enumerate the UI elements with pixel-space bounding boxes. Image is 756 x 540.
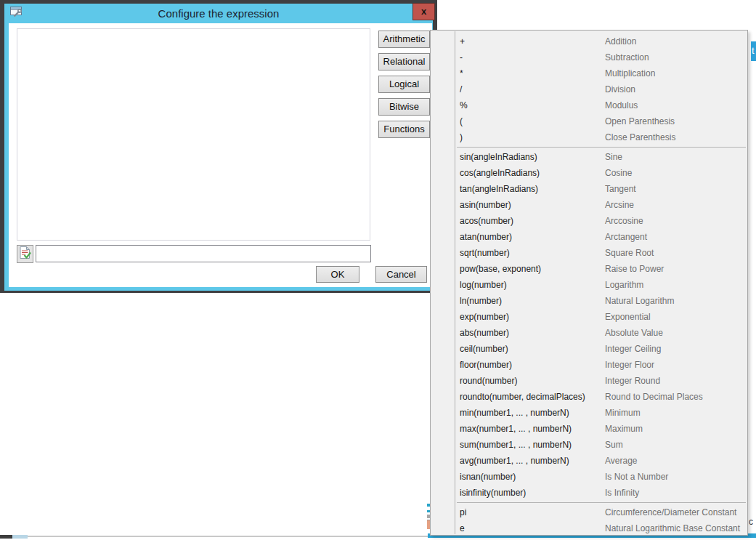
menu-item-description: Modulus — [605, 100, 638, 110]
menu-item[interactable]: avg(number1, ... , numberN) Average — [431, 453, 747, 469]
menu-item-description: Minimum — [605, 408, 641, 418]
menu-item-name: avg(number1, ... , numberN) — [460, 456, 605, 466]
menu-item-name: tan(angleInRadians) — [460, 184, 605, 194]
background-window-border-fragment — [12, 535, 28, 539]
menu-item[interactable]: sin(angleInRadians) Sine — [431, 149, 747, 165]
menu-item[interactable]: abs(number) Absolute Value — [431, 325, 747, 341]
expression-text-input[interactable] — [36, 245, 371, 262]
menu-item-description: Integer Round — [605, 376, 660, 386]
menu-item[interactable]: ln(number) Natural Logarithm — [431, 293, 747, 309]
cancel-button[interactable]: Cancel — [375, 266, 427, 283]
menu-item-name: pow(base, exponent) — [460, 264, 605, 274]
menu-item[interactable]: asin(number) Arcsine — [431, 197, 747, 213]
menu-item[interactable]: log(number) Logarithm — [431, 277, 747, 293]
menu-item-description: Arctangent — [605, 232, 647, 242]
menu-item[interactable]: min(number1, ... , numberN) Minimum — [431, 405, 747, 421]
menu-item[interactable]: * Multiplication — [431, 65, 747, 81]
menu-item-name: ceil(number) — [460, 344, 605, 354]
menu-separator — [457, 147, 746, 148]
menu-item-name: exp(number) — [460, 312, 605, 322]
menu-item-name: asin(number) — [460, 200, 605, 210]
configure-expression-dialog: Configure the expression x OK Cancel Ari… — [0, 0, 437, 293]
expression-items-menu: + Addition - Subtraction * Multiplicatio… — [430, 30, 748, 536]
menu-item-name: max(number1, ... , numberN) — [460, 424, 605, 434]
menu-item[interactable]: floor(number) Integer Floor — [431, 357, 747, 373]
menu-item-name: + — [460, 36, 605, 47]
menu-item[interactable]: % Modulus — [431, 97, 747, 113]
menu-item[interactable]: max(number1, ... , numberN) Maximum — [431, 421, 747, 437]
menu-section-functions: sin(angleInRadians) Sine cos(angleInRadi… — [431, 149, 747, 501]
menu-item[interactable]: exp(number) Exponential — [431, 309, 747, 325]
menu-item-name: floor(number) — [460, 360, 605, 370]
menu-item[interactable]: pi Circumference/Diameter Constant — [431, 504, 747, 520]
menu-item-name: abs(number) — [460, 328, 605, 338]
menu-item-name: sqrt(number) — [460, 248, 605, 258]
menu-item-description: Is Infinity — [605, 488, 639, 498]
document-check-icon — [19, 246, 31, 262]
menu-item-description: Subtraction — [605, 52, 649, 63]
menu-item-description: Circumference/Diameter Constant — [605, 507, 736, 517]
menu-item-description: Is Not a Number — [605, 472, 668, 482]
category-button[interactable]: Logical — [378, 76, 430, 93]
menu-item-description: Multiplication — [605, 68, 655, 78]
menu-item-description: Average — [605, 456, 637, 466]
menu-item-description: Close Parenthesis — [605, 132, 675, 142]
menu-item-description: Natural Logarithm — [605, 296, 674, 306]
menu-item-name: isinfinity(number) — [460, 488, 605, 498]
menu-item[interactable]: ( Open Parenthesis — [431, 113, 747, 129]
menu-item-description: Integer Ceiling — [605, 344, 661, 354]
menu-item-name: % — [460, 100, 605, 110]
menu-item[interactable]: pow(base, exponent) Raise to Power — [431, 261, 747, 277]
menu-item[interactable]: isinfinity(number) Is Infinity — [431, 485, 747, 501]
menu-item[interactable]: / Division — [431, 81, 747, 97]
menu-item[interactable]: roundto(number, decimalPlaces) Round to … — [431, 389, 747, 405]
menu-item-description: Sine — [605, 152, 622, 162]
background-text-fragment: c — [749, 517, 756, 528]
ok-button[interactable]: OK — [316, 266, 359, 283]
menu-gutter-line — [455, 31, 455, 534]
menu-item-description: Tangent — [605, 184, 636, 194]
category-button[interactable]: Arithmetic — [378, 31, 430, 48]
category-button[interactable]: Relational — [378, 53, 430, 70]
expression-editor-area[interactable] — [17, 28, 370, 241]
menu-item[interactable]: ) Close Parenthesis — [431, 129, 747, 145]
menu-item[interactable]: ceil(number) Integer Ceiling — [431, 341, 747, 357]
menu-item-name: acos(number) — [460, 216, 605, 226]
menu-item-name: / — [460, 84, 605, 94]
background-button-fragment: t — [751, 41, 756, 61]
menu-item-description: Exponential — [605, 312, 651, 322]
menu-item-description: Cosine — [605, 168, 632, 178]
menu-item-name: roundto(number, decimalPlaces) — [460, 392, 605, 402]
menu-item-description: Round to Decimal Places — [605, 392, 703, 402]
menu-item-description: Logarithm — [605, 280, 643, 290]
menu-item[interactable]: acos(number) Arccosine — [431, 213, 747, 229]
menu-item[interactable]: sqrt(number) Square Root — [431, 245, 747, 261]
menu-item-name: pi — [460, 507, 605, 517]
menu-item-name: ( — [460, 116, 605, 126]
menu-item-description: Absolute Value — [605, 328, 663, 338]
menu-item-name: * — [460, 68, 605, 78]
menu-item-description: Division — [605, 84, 635, 94]
category-button[interactable]: Bitwise — [378, 98, 430, 116]
menu-item[interactable]: atan(number) Arctangent — [431, 229, 747, 245]
menu-item[interactable]: - Subtraction — [431, 49, 747, 65]
category-button[interactable]: Functions — [378, 121, 430, 138]
menu-item-name: ln(number) — [460, 296, 605, 306]
dialog-title: Configure the expression — [0, 7, 437, 20]
menu-item-description: Natural Logarithmic Base Constant — [605, 523, 740, 533]
menu-item[interactable]: cos(angleInRadians) Cosine — [431, 165, 747, 181]
menu-item-description: Open Parenthesis — [605, 116, 675, 126]
menu-item[interactable]: e Natural Logarithmic Base Constant — [431, 520, 747, 536]
menu-item-name: sum(number1, ... , numberN) — [460, 440, 605, 450]
menu-item-name: cos(angleInRadians) — [460, 168, 605, 178]
menu-item[interactable]: sum(number1, ... , numberN) Sum — [431, 437, 747, 453]
menu-item[interactable]: round(number) Integer Round — [431, 373, 747, 389]
background-window-bottom-edge — [28, 536, 430, 537]
menu-section-operators: + Addition - Subtraction * Multiplicatio… — [431, 33, 747, 145]
menu-item[interactable]: tan(angleInRadians) Tangent — [431, 181, 747, 197]
menu-item[interactable]: + Addition — [431, 33, 747, 49]
menu-item-name: round(number) — [460, 376, 605, 386]
validate-expression-button[interactable] — [17, 245, 33, 263]
menu-item[interactable]: isnan(number) Is Not a Number — [431, 469, 747, 485]
close-button[interactable]: x — [412, 3, 435, 20]
